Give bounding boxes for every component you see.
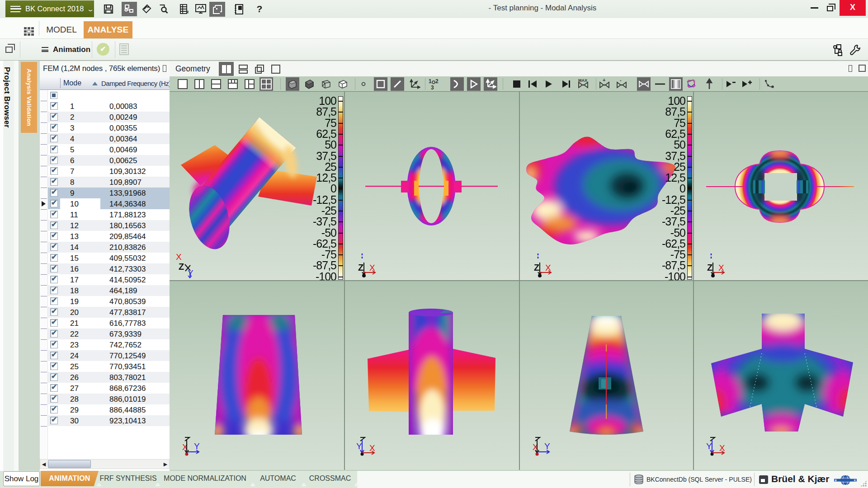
svg-text:1: 1 [429,78,432,84]
svg-text:B: B [835,479,837,482]
svg-text:Y: Y [544,441,550,451]
svg-text:Z: Z [707,263,712,272]
svg-text:X: X [545,263,551,272]
svg-text:-: - [620,78,622,83]
svg-text:Y: Y [194,441,200,451]
svg-text:Y: Y [706,441,712,451]
svg-text:+: + [603,78,605,83]
svg-text:Z: Z [358,263,363,272]
svg-text:MAX: MAX [578,78,587,83]
svg-text:3: 3 [431,84,434,90]
svg-text:X: X [719,443,725,453]
svg-text:z: z [187,9,189,14]
svg-text:Z: Z [179,262,184,272]
svg-text:X: X [718,263,724,272]
svg-text:Z: Z [534,263,539,272]
svg-text:K: K [854,479,856,482]
svg-text:Y: Y [356,441,362,451]
svg-text:X: X [369,443,375,453]
svg-text:X: X [176,253,182,262]
svg-text:2: 2 [435,78,439,84]
svg-text:X: X [369,263,375,272]
